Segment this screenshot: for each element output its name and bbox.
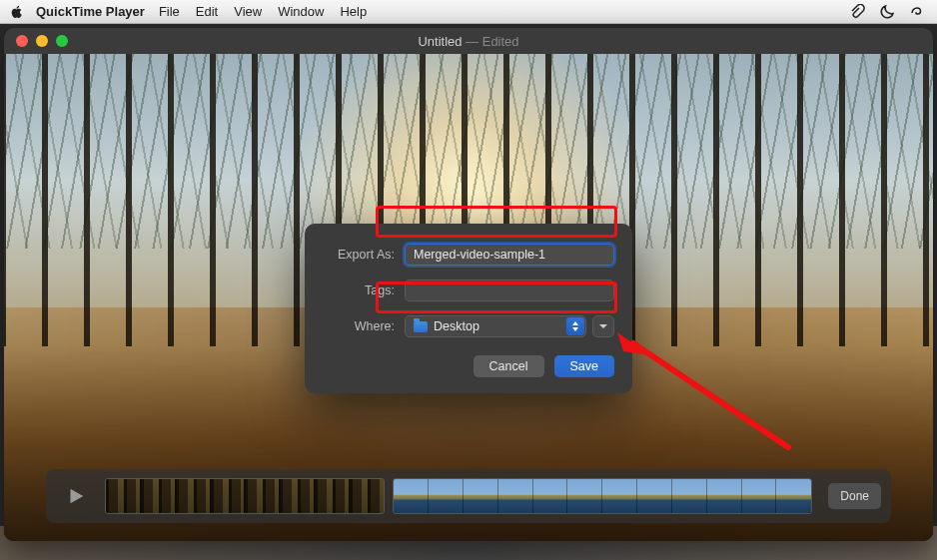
done-button[interactable]: Done [828, 483, 881, 509]
export-as-label: Export As: [323, 248, 395, 262]
clip-1[interactable] [105, 478, 385, 514]
timeline[interactable] [105, 478, 812, 514]
window-titlebar: Untitled — Edited [4, 28, 933, 54]
menu-extra-moon-icon[interactable] [879, 4, 895, 20]
window-title-suffix: — Edited [462, 34, 518, 49]
export-as-input[interactable] [405, 244, 614, 266]
app-name[interactable]: QuickTime Player [36, 4, 145, 19]
save-button[interactable]: Save [554, 355, 615, 377]
quicktime-window: Untitled — Edited Done [4, 28, 933, 541]
menu-edit[interactable]: Edit [196, 4, 218, 19]
play-button[interactable] [56, 476, 95, 516]
tags-label: Tags: [323, 283, 395, 297]
menu-view[interactable]: View [234, 4, 262, 19]
window-title-main: Untitled [418, 34, 462, 49]
edit-controls-bar: Done [46, 469, 891, 523]
menu-help[interactable]: Help [340, 4, 367, 19]
export-dialog: Export As: Tags: Where: Desktop Cancel [305, 224, 632, 393]
menu-window[interactable]: Window [278, 4, 324, 19]
window-title: Untitled — Edited [4, 34, 933, 49]
menubar: QuickTime Player File Edit View Window H… [0, 0, 937, 24]
where-expand-button[interactable] [592, 315, 614, 337]
where-value: Desktop [434, 319, 479, 333]
apple-menu-icon[interactable] [10, 5, 24, 19]
folder-icon [414, 321, 428, 332]
popup-stepper-icon [566, 317, 584, 335]
cancel-button[interactable]: Cancel [473, 355, 544, 377]
clip-2[interactable] [393, 478, 812, 514]
tags-input[interactable] [405, 280, 614, 301]
where-label: Where: [323, 319, 395, 333]
menu-extra-swirl-icon[interactable] [909, 4, 925, 20]
where-popup[interactable]: Desktop [405, 315, 586, 337]
menu-extra-attachment-icon[interactable] [849, 4, 865, 20]
menu-file[interactable]: File [159, 4, 180, 19]
